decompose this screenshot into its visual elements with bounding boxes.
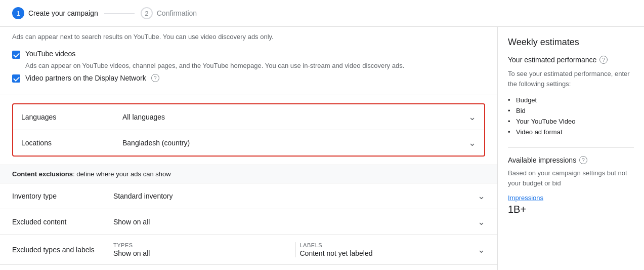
youtube-videos-row: YouTube videos [12, 50, 485, 59]
estimated-performance-bullets: Budget Bid Your YouTube Video Video ad f… [508, 95, 634, 137]
step-2-circle: 2 [141, 7, 153, 19]
types-col: Types Show on all [113, 242, 291, 257]
youtube-videos-desc: Ads can appear on YouTube videos, channe… [25, 62, 485, 69]
excluded-types-label: Excluded types and labels [12, 246, 113, 254]
estimated-performance-desc: To see your estimated performance, enter… [508, 69, 634, 89]
types-value: Show on all [113, 249, 291, 257]
bullet-bid: Bid [508, 105, 634, 116]
inventory-type-row[interactable]: Inventory type Standard inventory ⌄ [0, 183, 497, 209]
bullet-youtube-video: Your YouTube Video [508, 116, 634, 127]
page-container: 1 Create your campaign 2 Confirmation Ad… [0, 0, 644, 270]
content-area: Ads can appear next to search results on… [0, 27, 497, 270]
sidebar-title: Weekly estimates [508, 37, 634, 48]
excluded-content-label: Excluded content [12, 218, 113, 226]
locations-label: Locations [21, 139, 122, 147]
right-sidebar: Weekly estimates Your estimated performa… [497, 27, 644, 270]
excluded-content-row[interactable]: Excluded content Show on all ⌄ [0, 209, 497, 235]
languages-label: Languages [21, 113, 122, 121]
languages-chevron-icon: ⌄ [468, 111, 476, 123]
locations-value: Bangladesh (country) [122, 139, 468, 147]
inventory-type-label: Inventory type [12, 192, 113, 200]
step-2: 2 Confirmation [141, 7, 197, 19]
step-2-label: Confirmation [157, 9, 197, 17]
labels-sublabel: Labels [300, 242, 478, 248]
step-divider [104, 13, 135, 14]
content-exclusions-desc: : define where your ads can show [73, 170, 171, 178]
content-exclusions-header: Content exclusions: define where your ad… [0, 165, 497, 183]
languages-row[interactable]: Languages All languages ⌄ [13, 104, 484, 130]
youtube-videos-checkbox[interactable] [12, 51, 20, 59]
main-layout: Ads can appear next to search results on… [0, 27, 644, 270]
labels-value: Content not yet labeled [300, 249, 478, 257]
youtube-videos-label: YouTube videos [25, 50, 75, 58]
step-1-circle: 1 [12, 7, 24, 19]
video-partners-help-icon[interactable]: ? [151, 74, 159, 82]
excluded-types-chevron-icon: ⌄ [478, 244, 485, 255]
excluded-types-values: Types Show on all Labels Content not yet… [113, 242, 478, 257]
available-impressions-desc: Based on your campaign settings but not … [508, 168, 634, 188]
bullet-budget: Budget [508, 95, 634, 105]
step-1-label: Create your campaign [28, 9, 98, 17]
search-description: Ads can appear next to search results on… [12, 27, 485, 45]
impressions-value: 1B+ [508, 204, 526, 215]
available-impressions-help-icon[interactable]: ? [579, 156, 587, 164]
excluded-content-chevron-icon: ⌄ [478, 216, 485, 227]
available-impressions-title: Available impressions ? [508, 156, 634, 164]
video-partners-row: Video partners on the Display Network ? [12, 73, 485, 83]
stepper: 1 Create your campaign 2 Confirmation [0, 0, 644, 27]
bullet-video-ad-format: Video ad format [508, 127, 634, 137]
video-partners-label: Video partners on the Display Network [25, 74, 146, 82]
estimated-performance-title: Your estimated performance ? [508, 56, 634, 64]
locations-chevron-icon: ⌄ [468, 137, 476, 148]
impressions-link[interactable]: Impressions [508, 194, 634, 202]
types-sublabel: Types [113, 242, 291, 248]
excluded-content-value: Show on all [113, 218, 478, 226]
video-partners-checkbox[interactable] [12, 74, 20, 83]
types-labels-divider [295, 242, 296, 257]
labels-col: Labels Content not yet labeled [300, 242, 478, 257]
languages-locations-section: Languages All languages ⌄ Locations Bang… [12, 103, 485, 157]
estimated-performance-help-icon[interactable]: ? [599, 56, 608, 64]
ad-placement-section: Ads can appear next to search results on… [0, 27, 497, 95]
locations-row[interactable]: Locations Bangladesh (country) ⌄ [13, 130, 484, 156]
inventory-type-value: Standard inventory [113, 192, 478, 200]
excluded-types-row[interactable]: Excluded types and labels Types Show on … [0, 235, 497, 265]
step-1: 1 Create your campaign [12, 7, 98, 19]
sidebar-divider [508, 147, 634, 148]
content-exclusions-title: Content exclusions [12, 170, 73, 178]
inventory-type-chevron-icon: ⌄ [478, 190, 485, 202]
languages-value: All languages [122, 113, 468, 121]
